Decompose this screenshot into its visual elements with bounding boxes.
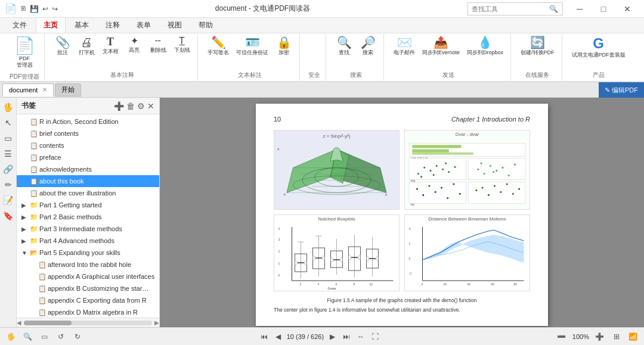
next-page-btn[interactable]: ▶: [326, 331, 338, 343]
search-input[interactable]: [472, 5, 549, 13]
select-tool-btn[interactable]: ↖: [1, 116, 16, 130]
content-area[interactable]: 10 Chapter 1 Introduction to R z = Sin(x…: [160, 98, 644, 327]
email-tool[interactable]: ✉️ 电子邮件: [391, 35, 417, 57]
close-button[interactable]: ✕: [615, 0, 639, 18]
note-tool[interactable]: 📎 批注: [52, 35, 73, 57]
highlight-tool[interactable]: ✦ 高亮: [123, 35, 145, 55]
search-box[interactable]: 🔍: [467, 2, 563, 15]
wifi-btn[interactable]: 📶: [627, 331, 639, 343]
sidebar-scrollbar[interactable]: ◀ ▶: [17, 318, 159, 327]
sidebar-item-preface[interactable]: 📋 preface: [17, 151, 159, 163]
sidebar-item-part4[interactable]: ▶ 📁 Part 4 Advanced methods: [17, 235, 159, 247]
convert-tool[interactable]: 🔄 创建/转换PDF: [518, 35, 557, 57]
edit-pdf-button[interactable]: ✎ 编辑PDF: [599, 82, 644, 98]
sidebar-item-ack[interactable]: 📋 acknowledgments: [17, 163, 159, 175]
sidebar-item-r-action[interactable]: 📋 R in Action, Second Edition: [17, 116, 159, 128]
hand-status-btn[interactable]: 🖐: [5, 331, 17, 343]
minimize-button[interactable]: ─: [568, 0, 592, 18]
search-label: 搜索: [363, 49, 373, 56]
identity-tool[interactable]: 🪪 可信任身份证: [234, 35, 271, 57]
handwrite-tool[interactable]: ✏️ 手写签名: [205, 35, 231, 57]
sidebar-item-part3[interactable]: ▶ 📁 Part 3 Intermediate methods: [17, 223, 159, 235]
tab-file[interactable]: 文件: [5, 17, 35, 33]
sidebar-item-part2[interactable]: ▶ 📁 Part 2 Basic methods: [17, 211, 159, 223]
group-label-security: 安全: [308, 71, 320, 79]
scroll-right-btn[interactable]: ▶: [154, 319, 159, 326]
tree-icon-folder-open: 📂: [30, 249, 39, 257]
typewriter-tool[interactable]: 🖨 打字机: [76, 35, 97, 57]
sidebar-item-brief[interactable]: 📋 brief contents: [17, 128, 159, 139]
sidebar-item-afterword[interactable]: 📋 afterword Into the rabbit hole: [17, 259, 159, 271]
tab-home[interactable]: 主页: [36, 17, 66, 33]
sidebar-item-part5[interactable]: ▼ 📂 Part 5 Expanding your skills: [17, 247, 159, 259]
sidebar-item-appC[interactable]: 📋 appendix C Exporting data from R: [17, 294, 159, 306]
search-tool[interactable]: 🔎 搜索: [357, 35, 379, 57]
first-page-btn[interactable]: ⏮: [258, 331, 270, 343]
maximize-button[interactable]: □: [592, 0, 615, 18]
doc-tab-close[interactable]: ✕: [42, 86, 47, 93]
strikethrough-tool[interactable]: ╌ 删除线: [147, 35, 169, 55]
save-icon[interactable]: 💾: [30, 5, 39, 13]
sidebar-item-cover[interactable]: 📋 about the cover illustration: [17, 187, 159, 199]
find-tool[interactable]: 🔍 查找: [333, 35, 355, 57]
scroll-thumb[interactable]: [24, 321, 72, 325]
textbox-tool[interactable]: T 文本框: [100, 35, 121, 56]
product-tool[interactable]: G 试用文电通PDF套装版: [569, 35, 628, 60]
doc-tab-document[interactable]: document ✕: [2, 83, 54, 97]
tab-basic[interactable]: 基本: [67, 17, 97, 33]
sidebar-item-label: appendix D Matrix algebra in R: [48, 309, 138, 316]
pen-tool-btn[interactable]: ✏: [1, 178, 16, 192]
sidebar-tree[interactable]: 📋 R in Action, Second Edition 📋 brief co…: [17, 114, 159, 318]
grid-btn[interactable]: ⊞: [611, 331, 623, 343]
doc-tab-start[interactable]: 开始: [55, 83, 81, 97]
select-status-btn[interactable]: ▭: [38, 331, 50, 343]
svg-text:3: 3: [278, 238, 280, 241]
rotate-ccw-btn[interactable]: ↺: [55, 331, 67, 343]
hand-tool-btn[interactable]: 🖐: [1, 100, 16, 114]
sidebar-item-about[interactable]: 📋 about this book: [17, 175, 159, 187]
underline-tool[interactable]: T 下划线: [171, 35, 193, 55]
sidebar-settings-btn[interactable]: ⚙: [137, 101, 145, 111]
sidebar-close-btn[interactable]: ✕: [147, 101, 154, 111]
prev-page-btn[interactable]: ◀: [273, 331, 284, 343]
dropbox-icon: 💧: [478, 36, 493, 48]
sidebar-item-label: acknowledgments: [39, 166, 92, 173]
tree-icon-doc: 📋: [30, 166, 39, 173]
svg-text:lat: lat: [411, 203, 414, 206]
note2-tool-btn[interactable]: 📝: [1, 193, 16, 207]
zoom-out-btn[interactable]: ➖: [556, 331, 568, 343]
sidebar-item-appB[interactable]: 📋 appendix B Customizing the startup env…: [17, 282, 159, 294]
rotate-cw-btn[interactable]: ↻: [72, 331, 83, 343]
list-tool-btn[interactable]: ☰: [1, 147, 16, 161]
dropbox-tool[interactable]: 💧 同步到Dropbox: [465, 35, 506, 57]
link-tool-btn[interactable]: 🔗: [1, 162, 16, 176]
sidebar-item-appA[interactable]: 📋 appendix A Graphical user interfaces: [17, 271, 159, 282]
ribbon-group-text-markup: ✏️ 手写签名 🪪 可信任身份证 🔒 加密 文本标注: [200, 34, 300, 80]
redo-icon[interactable]: ↪: [52, 5, 58, 13]
group-label-online: 在线服务: [525, 71, 549, 79]
encrypt-tool[interactable]: 🔒 加密: [273, 35, 295, 57]
tree-toggle: ▶: [21, 214, 30, 220]
scroll-left-btn[interactable]: ◀: [17, 319, 21, 326]
svg-point-46: [459, 193, 461, 195]
tab-view[interactable]: 视图: [160, 17, 190, 33]
brownian-svg: 4 2 0 -2 0 20 40 60 80: [406, 224, 528, 290]
sidebar-delete-btn[interactable]: 🗑: [126, 101, 135, 111]
pdf-manager-button[interactable]: 📄 PDF管理器: [10, 35, 39, 72]
bookmark-tool-btn[interactable]: 🔖: [1, 209, 16, 223]
sidebar-item-appD[interactable]: 📋 appendix D Matrix algebra in R: [17, 306, 159, 318]
tab-form[interactable]: 表单: [129, 17, 159, 33]
fit-page-btn[interactable]: ⛶: [369, 331, 381, 343]
undo-icon[interactable]: ↩: [42, 5, 48, 13]
zoom-plus-btn[interactable]: ➕: [594, 331, 606, 343]
zoom-in-status-btn[interactable]: 🔍: [21, 331, 33, 343]
evernote-tool[interactable]: 📤 同步到Evernote: [420, 35, 462, 57]
sidebar-add-btn[interactable]: ➕: [114, 101, 124, 111]
sidebar-item-part1[interactable]: ▶ 📁 Part 1 Getting started: [17, 199, 159, 211]
rect-tool-btn[interactable]: ▭: [1, 131, 16, 145]
last-page-btn[interactable]: ⏭: [340, 331, 352, 343]
tab-help[interactable]: 帮助: [191, 17, 221, 33]
sidebar-item-contents[interactable]: 📋 contents: [17, 139, 159, 151]
tab-annotation[interactable]: 注释: [98, 17, 128, 33]
fit-width-btn[interactable]: ↔: [355, 331, 367, 343]
